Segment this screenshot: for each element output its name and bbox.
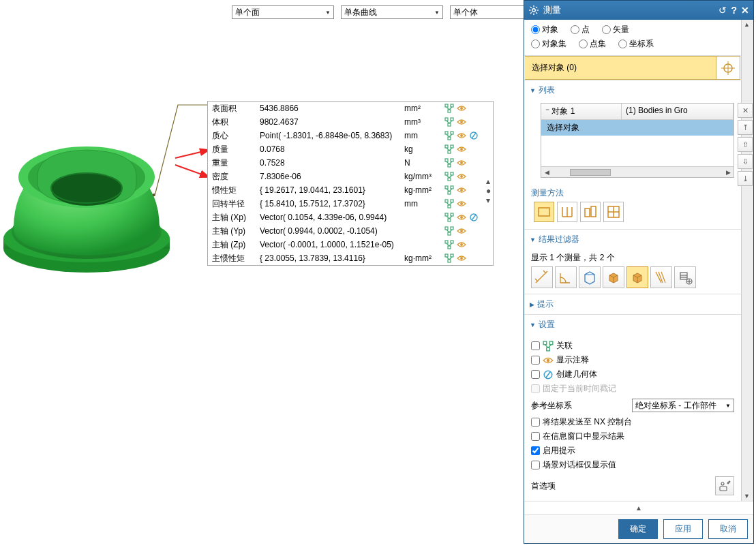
- radio-csys[interactable]: 坐标系: [618, 38, 654, 50]
- list-move-down-button[interactable]: ⇩: [738, 154, 753, 169]
- list-row-select[interactable]: 选择对象: [541, 120, 734, 136]
- panel-scrollbar[interactable]: [741, 20, 753, 501]
- close-icon[interactable]: ✕: [741, 5, 749, 16]
- svg-rect-31: [451, 145, 453, 148]
- svg-point-65: [460, 216, 463, 219]
- collapse-bar[interactable]: ▲: [524, 501, 753, 514]
- 3d-viewport[interactable]: [0, 136, 174, 279]
- geo-icon[interactable]: [468, 130, 479, 141]
- prop-value: Vector( 0.9944, 0.0002, -0.1054): [256, 226, 400, 236]
- method-btn-4[interactable]: [603, 202, 624, 222]
- table-row: 表面积5436.8866mm²: [208, 102, 493, 115]
- csys-dropdown[interactable]: 绝对坐标系 - 工作部件▼: [632, 399, 734, 412]
- eye-icon[interactable]: [456, 171, 467, 182]
- radio-point-set[interactable]: 点集: [579, 38, 606, 50]
- nx-console-checkbox[interactable]: [531, 418, 540, 427]
- filter-section-header[interactable]: ▼结果过滤器: [524, 230, 741, 249]
- svg-rect-97: [539, 208, 549, 216]
- method-btn-3[interactable]: [580, 202, 601, 222]
- svg-rect-37: [451, 159, 453, 161]
- eye-icon[interactable]: [456, 103, 467, 114]
- table-row: 主轴 (Yp)Vector( 0.9944, 0.0002, -0.1054): [208, 224, 493, 238]
- list-move-top-button[interactable]: ⤒: [738, 120, 753, 135]
- tree-icon[interactable]: [444, 212, 455, 223]
- svg-rect-44: [448, 178, 451, 181]
- list-hscroll[interactable]: ◀▶: [541, 166, 734, 177]
- list-remove-button[interactable]: ✕: [738, 103, 753, 118]
- tree-icon[interactable]: [444, 117, 455, 127]
- eye-icon[interactable]: [456, 185, 467, 196]
- prompt-checkbox[interactable]: [531, 446, 540, 455]
- eye-icon[interactable]: [456, 253, 467, 264]
- tree-icon[interactable]: [444, 198, 455, 209]
- eye-icon[interactable]: [456, 130, 467, 141]
- preferences-button[interactable]: [715, 476, 734, 495]
- eye-icon[interactable]: [456, 144, 467, 155]
- tree-icon[interactable]: [444, 226, 455, 236]
- assoc-checkbox[interactable]: [531, 341, 540, 350]
- eye-icon[interactable]: [456, 239, 467, 250]
- table-scroll-indicator[interactable]: ▴●▾: [486, 176, 492, 193]
- face-filter-dropdown[interactable]: 单个面▼: [232, 5, 334, 19]
- filter-angle-button[interactable]: [555, 266, 577, 288]
- list-move-up-button[interactable]: ⇧: [738, 137, 753, 152]
- eye-icon[interactable]: [456, 226, 467, 236]
- radio-object-set[interactable]: 对象集: [531, 38, 566, 50]
- method-btn-2[interactable]: [557, 202, 577, 222]
- tree-icon[interactable]: [444, 157, 455, 168]
- tree-icon[interactable]: [444, 130, 455, 141]
- settings-section-header[interactable]: ▼设置: [524, 315, 741, 335]
- select-target-button[interactable]: [716, 56, 740, 80]
- tree-icon[interactable]: [444, 185, 455, 196]
- method-btn-1[interactable]: [534, 202, 554, 222]
- tree-icon[interactable]: [444, 253, 455, 264]
- help-icon[interactable]: ?: [731, 5, 737, 16]
- object-list[interactable]: ⁻ 对象 1 (1) Bodies in Gro 选择对象 ◀▶ ✕ ⤒ ⇧ ⇩…: [541, 103, 734, 178]
- svg-point-22: [460, 121, 463, 123]
- select-objects-field[interactable]: 选择对象 (0): [525, 56, 716, 80]
- tips-section-header[interactable]: ▶提示: [524, 294, 741, 314]
- filter-curve-button[interactable]: [650, 266, 672, 288]
- svg-rect-43: [451, 172, 453, 175]
- info-window-checkbox[interactable]: [531, 432, 540, 441]
- geo-icon[interactable]: [468, 212, 479, 223]
- svg-rect-81: [448, 260, 451, 262]
- geo-icon: [543, 369, 554, 380]
- measure-method-label: 测量方法: [531, 187, 734, 199]
- list-move-bottom-button[interactable]: ⤓: [738, 171, 753, 186]
- apply-button[interactable]: 应用: [663, 519, 703, 539]
- radio-object[interactable]: 对象: [531, 24, 558, 35]
- eye-icon: [543, 355, 554, 366]
- ok-button[interactable]: 确定: [618, 519, 658, 539]
- eye-icon[interactable]: [456, 157, 467, 168]
- svg-rect-74: [451, 241, 453, 243]
- filter-distance-button[interactable]: [531, 266, 553, 288]
- curve-filter-dropdown[interactable]: 单条曲线▼: [341, 5, 443, 19]
- tree-icon[interactable]: [444, 103, 455, 114]
- prop-value: 9802.4637: [256, 117, 400, 127]
- tree-icon[interactable]: [444, 144, 455, 155]
- radio-point[interactable]: 点: [571, 24, 590, 35]
- prop-unit: kg/mm³: [400, 172, 440, 181]
- undo-icon[interactable]: ↺: [719, 5, 727, 16]
- list-section-header[interactable]: ▼列表: [524, 80, 741, 100]
- filter-face-button[interactable]: [579, 266, 601, 288]
- list-col-bodies[interactable]: (1) Bodies in Gro: [622, 104, 734, 119]
- filter-mass-button[interactable]: [626, 266, 648, 288]
- tree-icon[interactable]: [444, 239, 455, 250]
- tree-icon[interactable]: [444, 171, 455, 182]
- filter-more-button[interactable]: [674, 266, 696, 288]
- table-row: 密度7.8306e-06kg/mm³: [208, 170, 493, 183]
- filter-body-button[interactable]: [603, 266, 624, 288]
- svg-rect-67: [445, 227, 448, 230]
- eye-icon[interactable]: [456, 198, 467, 209]
- scene-checkbox[interactable]: [531, 461, 540, 469]
- geo-checkbox[interactable]: [531, 370, 540, 379]
- cancel-button[interactable]: 取消: [708, 519, 748, 539]
- eye-icon[interactable]: [456, 212, 467, 223]
- annot-checkbox[interactable]: [531, 356, 540, 365]
- eye-icon[interactable]: [456, 117, 467, 127]
- radio-vector[interactable]: 矢量: [602, 24, 629, 35]
- list-col-object[interactable]: ⁻ 对象 1: [541, 104, 622, 119]
- prop-unit: N: [400, 158, 440, 168]
